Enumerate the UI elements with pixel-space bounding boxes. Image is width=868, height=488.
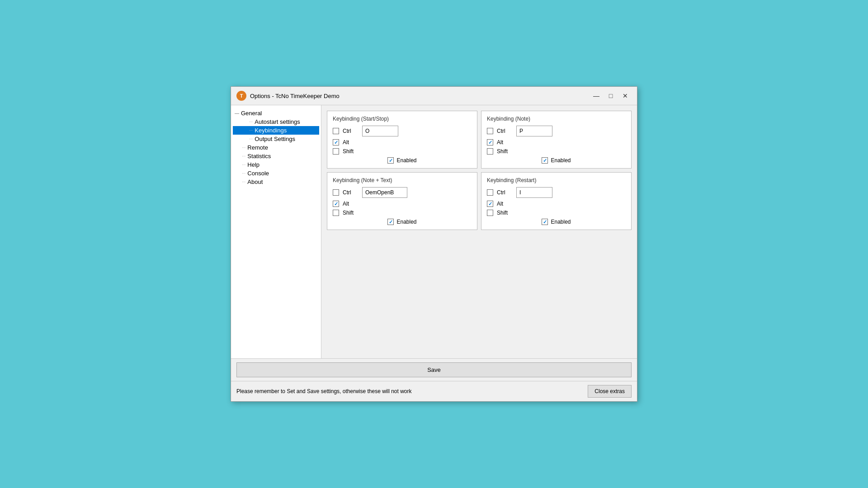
kb-startstop-enabled-row: Enabled <box>333 157 472 164</box>
kb-note-key-input[interactable] <box>516 126 552 136</box>
sidebar-item-remote[interactable]: ··· Remote <box>233 143 319 152</box>
sidebar-item-help[interactable]: ··· Help <box>233 160 319 169</box>
note-alt-checkbox-box <box>487 139 493 145</box>
kb-startstop-shift-label: Shift <box>343 148 359 155</box>
kb-startstop-alt-row: Alt <box>333 139 472 145</box>
sidebar-label-statistics: Statistics <box>247 153 271 160</box>
kb-restart-enabled-label: Enabled <box>551 219 571 225</box>
kb-note-title: Keybinding (Note) <box>487 116 626 122</box>
kb-startstop-ctrl-label: Ctrl <box>343 128 359 134</box>
kb-notetext-enabled-checkbox[interactable]: Enabled <box>387 219 416 225</box>
tree-dots-c: ··· <box>242 171 245 176</box>
kb-restart-alt-label: Alt <box>497 201 513 207</box>
kb-startstop-alt-label: Alt <box>343 139 359 145</box>
kb-note-alt-row: Alt <box>487 139 626 145</box>
sidebar-item-autostart[interactable]: ··· Autostart settings <box>233 117 319 126</box>
kb-note-enabled-row: Enabled <box>487 157 626 164</box>
footer: Save Please remember to Set and Save set… <box>231 359 637 401</box>
kb-restart-title: Keybinding (Restart) <box>487 177 626 183</box>
content-area: Keybinding (Start/Stop) Ctrl Alt <box>321 105 637 358</box>
keybinding-note: Keybinding (Note) Ctrl Alt <box>481 111 632 169</box>
sidebar-item-statistics[interactable]: ··· Statistics <box>233 152 319 160</box>
sidebar-item-console[interactable]: ··· Console <box>233 169 319 178</box>
kb-note-shift-row: Shift <box>487 148 626 155</box>
kb-startstop-alt-checkbox[interactable] <box>333 139 339 145</box>
kb-restart-shift-checkbox[interactable] <box>487 210 493 216</box>
minimize-button[interactable]: — <box>590 90 603 101</box>
kb-note-alt-checkbox[interactable] <box>487 139 493 145</box>
kb-restart-enabled-checkbox[interactable]: Enabled <box>542 219 571 225</box>
kb-note-ctrl-label: Ctrl <box>497 128 513 134</box>
window-controls: — □ ✕ <box>590 90 632 101</box>
kb-notetext-ctrl-checkbox[interactable] <box>333 189 339 196</box>
kb-note-ctrl-checkbox[interactable] <box>487 128 493 134</box>
notetext-enabled-checkbox-box <box>387 219 394 225</box>
note-shift-checkbox-box <box>487 148 493 155</box>
keybinding-row-2: Keybinding (Note + Text) Ctrl Alt <box>327 172 632 230</box>
kb-startstop-shift-checkbox[interactable] <box>333 148 339 155</box>
keybinding-restart: Keybinding (Restart) Ctrl Alt <box>481 172 632 230</box>
expand-icon: — <box>235 111 239 116</box>
kb-notetext-enabled-row: Enabled <box>333 219 472 225</box>
kb-startstop-shift-row: Shift <box>333 148 472 155</box>
kb-restart-ctrl-row: Ctrl <box>487 187 626 198</box>
restart-enabled-checkbox-box <box>542 219 548 225</box>
main-area: — General ··· Autostart settings ··· Key… <box>231 105 637 359</box>
bottom-bar: Please remember to Set and Save settings… <box>231 381 637 401</box>
keybinding-row-1: Keybinding (Start/Stop) Ctrl Alt <box>327 111 632 169</box>
sidebar-label-about: About <box>247 178 263 185</box>
kb-restart-ctrl-checkbox[interactable] <box>487 189 493 196</box>
sidebar-label-keybindings: Keybindings <box>255 127 287 134</box>
kb-notetext-alt-row: Alt <box>333 201 472 207</box>
kb-notetext-shift-checkbox[interactable] <box>333 210 339 216</box>
kb-notetext-ctrl-row: Ctrl <box>333 187 472 198</box>
window-title: Options - TcNo TimeKeeper Demo <box>250 93 586 99</box>
kb-notetext-alt-checkbox[interactable] <box>333 201 339 207</box>
alt-checkbox-box <box>333 139 339 145</box>
tree-dots-r: ··· <box>242 145 245 150</box>
tree-dots-a: ··· <box>242 179 245 184</box>
kb-restart-alt-row: Alt <box>487 201 626 207</box>
kb-notetext-shift-label: Shift <box>343 210 359 216</box>
kb-startstop-ctrl-row: Ctrl <box>333 126 472 136</box>
close-button[interactable]: ✕ <box>619 90 632 101</box>
kb-note-enabled-checkbox[interactable]: Enabled <box>542 157 571 164</box>
maximize-button[interactable]: □ <box>604 90 617 101</box>
kb-notetext-key-input[interactable] <box>362 187 407 198</box>
kb-restart-shift-row: Shift <box>487 210 626 216</box>
notetext-alt-checkbox-box <box>333 201 339 207</box>
title-bar: T Options - TcNo TimeKeeper Demo — □ ✕ <box>231 87 637 105</box>
sidebar-label-help: Help <box>247 161 259 168</box>
restart-alt-checkbox-box <box>487 201 493 207</box>
keybinding-startstop: Keybinding (Start/Stop) Ctrl Alt <box>327 111 477 169</box>
kb-note-ctrl-row: Ctrl <box>487 126 626 136</box>
kb-notetext-title: Keybinding (Note + Text) <box>333 177 472 183</box>
kb-restart-shift-label: Shift <box>497 210 513 216</box>
app-icon: T <box>236 91 246 101</box>
sidebar-item-keybindings[interactable]: ··· Keybindings <box>233 126 319 135</box>
kb-note-shift-label: Shift <box>497 148 513 155</box>
keybinding-notetext: Keybinding (Note + Text) Ctrl Alt <box>327 172 477 230</box>
kb-restart-alt-checkbox[interactable] <box>487 201 493 207</box>
enabled-checkbox-box <box>387 157 394 164</box>
tree-dots-h: ··· <box>242 162 245 167</box>
sidebar-item-about[interactable]: ··· About <box>233 178 319 186</box>
tree-dots-s: ··· <box>242 154 245 159</box>
sidebar-label-console: Console <box>247 170 269 177</box>
note-ctrl-checkbox-box <box>487 128 493 134</box>
kb-restart-key-input[interactable] <box>516 187 552 198</box>
close-extras-button[interactable]: Close extras <box>588 385 632 398</box>
restart-ctrl-checkbox-box <box>487 189 493 196</box>
sidebar-label-remote: Remote <box>247 144 268 151</box>
save-button[interactable]: Save <box>236 362 632 377</box>
save-row: Save <box>231 359 637 381</box>
kb-startstop-ctrl-checkbox[interactable] <box>333 128 339 134</box>
kb-startstop-enabled-checkbox[interactable]: Enabled <box>387 157 416 164</box>
kb-startstop-key-input[interactable] <box>362 126 398 136</box>
sidebar-item-output-settings[interactable]: ··· Output Settings <box>233 135 319 143</box>
sidebar-item-general[interactable]: — General <box>233 109 319 117</box>
sidebar-label-output: Output Settings <box>255 136 295 142</box>
kb-startstop-title: Keybinding (Start/Stop) <box>333 116 472 122</box>
kb-note-shift-checkbox[interactable] <box>487 148 493 155</box>
kb-notetext-shift-row: Shift <box>333 210 472 216</box>
